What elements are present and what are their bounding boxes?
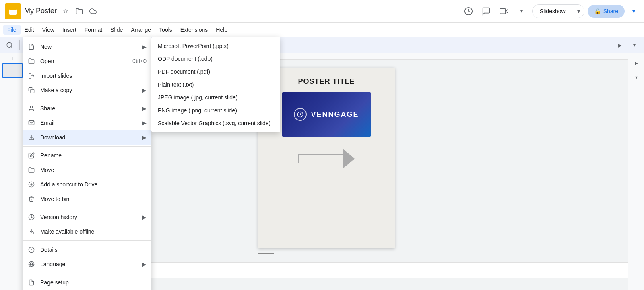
file-menu-import[interactable]: Import slides xyxy=(23,68,151,83)
venngage-logo-circle xyxy=(294,108,307,121)
comment-icon[interactable] xyxy=(479,4,493,19)
file-menu-move-to-bin[interactable]: Move to bin xyxy=(23,192,151,206)
download-png[interactable]: PNG image (.png, current slide) xyxy=(151,104,280,117)
page-setup-label: Page setup xyxy=(40,279,147,286)
menu-item-format[interactable]: Format xyxy=(80,25,106,35)
import-icon xyxy=(27,72,35,80)
version-history-label: Version history xyxy=(40,214,140,220)
slide-page-indicator xyxy=(258,253,274,254)
chat-arrow-icon[interactable]: ▸ xyxy=(613,39,626,52)
move-to-bin-label: Move to bin xyxy=(40,196,147,202)
email-arrow: ▶ xyxy=(142,120,147,126)
download-odp[interactable]: ODP document (.odp) xyxy=(151,52,280,65)
menu-item-help[interactable]: Help xyxy=(212,25,231,35)
share-menu-label: Share xyxy=(40,105,140,112)
file-menu-details[interactable]: Details xyxy=(23,242,151,257)
menu-item-slide[interactable]: Slide xyxy=(106,25,127,35)
svg-rect-18 xyxy=(31,89,34,93)
chat-arrow-down-icon[interactable]: ▾ xyxy=(628,39,641,52)
copy-label: Make a copy xyxy=(40,87,140,93)
history-icon[interactable] xyxy=(461,4,476,19)
title-bar: My Poster ☆ ▾ Slideshow ▾ 🔒 Share ▾ xyxy=(0,0,644,23)
poster-title: POSTER TITLE xyxy=(298,77,355,86)
offline-icon xyxy=(27,228,35,236)
copy-icon xyxy=(27,86,35,94)
video-dropdown-icon[interactable]: ▾ xyxy=(514,4,529,19)
file-menu-download[interactable]: Download ▶ xyxy=(23,130,151,145)
import-label: Import slides xyxy=(40,72,147,79)
svg-point-5 xyxy=(7,42,12,47)
folder-icon[interactable] xyxy=(74,6,85,17)
menu-item-view[interactable]: View xyxy=(38,25,58,35)
header-right: ▾ Slideshow ▾ 🔒 Share ▾ xyxy=(461,4,639,19)
version-history-arrow: ▶ xyxy=(142,214,147,220)
page-setup-icon xyxy=(27,278,35,286)
add-shortcut-label: Add a shortcut to Drive xyxy=(40,181,147,188)
slideshow-dropdown-arrow[interactable]: ▾ xyxy=(573,5,584,18)
download-svg[interactable]: Scalable Vector Graphics (.svg, current … xyxy=(151,117,280,130)
cloud-icon[interactable] xyxy=(87,6,99,17)
slideshow-button-group: Slideshow ▾ xyxy=(532,4,584,18)
app-logo[interactable] xyxy=(5,3,21,19)
share-dropdown-button[interactable]: ▾ xyxy=(628,6,639,17)
menu-bar: File Edit View Insert Format Slide Arran… xyxy=(0,23,644,37)
png-label: PNG image (.png, current slide) xyxy=(158,107,237,114)
slide-thumbnail[interactable] xyxy=(2,63,23,78)
title-icons: ☆ xyxy=(60,6,99,17)
file-menu-share[interactable]: Share ▶ xyxy=(23,101,151,116)
file-menu-email[interactable]: Email ▶ xyxy=(23,116,151,130)
version-history-icon xyxy=(27,213,35,221)
download-label: Download xyxy=(40,134,140,141)
share-button[interactable]: 🔒 Share xyxy=(588,5,625,18)
menu-item-tools[interactable]: Tools xyxy=(155,25,176,35)
right-panel: ▸ ▾ xyxy=(628,53,644,290)
search-toolbar-icon[interactable] xyxy=(3,39,16,52)
rename-label: Rename xyxy=(40,152,147,159)
svg-point-19 xyxy=(30,106,32,108)
menu-item-extensions[interactable]: Extensions xyxy=(176,25,212,35)
file-menu-page-setup[interactable]: Page setup xyxy=(23,275,151,290)
menu-item-edit[interactable]: Edit xyxy=(21,25,38,35)
divider-1 xyxy=(23,99,151,99)
file-menu-copy[interactable]: Make a copy ▶ xyxy=(23,83,151,97)
star-icon[interactable]: ☆ xyxy=(60,6,71,17)
odp-label: ODP document (.odp) xyxy=(158,56,213,62)
camera-icon[interactable] xyxy=(497,4,511,19)
svg-marker-3 xyxy=(505,9,508,13)
jpg-label: JPEG image (.jpg, current slide) xyxy=(158,94,237,101)
slide-panel: 1 xyxy=(0,53,25,290)
file-menu-add-shortcut[interactable]: Add a shortcut to Drive xyxy=(23,177,151,192)
details-label: Details xyxy=(40,246,147,253)
txt-label: Plain text (.txt) xyxy=(158,81,194,88)
file-menu-offline[interactable]: Make available offline xyxy=(23,224,151,239)
download-pdf[interactable]: PDF document (.pdf) xyxy=(151,65,280,78)
file-menu-open[interactable]: Open Ctrl+O xyxy=(23,54,151,68)
share-arrow: ▶ xyxy=(142,105,147,112)
open-icon xyxy=(27,57,35,65)
slideshow-main-button[interactable]: Slideshow xyxy=(533,5,573,18)
file-menu-language[interactable]: Language ▶ xyxy=(23,257,151,271)
pdf-label: PDF document (.pdf) xyxy=(158,68,210,75)
download-jpg[interactable]: JPEG image (.jpg, current slide) xyxy=(151,91,280,104)
right-panel-down-icon[interactable]: ▾ xyxy=(630,71,643,84)
doc-title: My Poster xyxy=(24,7,57,15)
new-arrow: ▶ xyxy=(142,44,147,50)
divider-3 xyxy=(23,208,151,208)
download-pptx[interactable]: Microsoft PowerPoint (.pptx) xyxy=(151,39,280,52)
svg-rect-4 xyxy=(500,8,506,14)
file-menu-move[interactable]: Move xyxy=(23,163,151,177)
download-txt[interactable]: Plain text (.txt) xyxy=(151,78,280,91)
add-shortcut-icon xyxy=(27,180,35,188)
file-menu-rename[interactable]: Rename xyxy=(23,148,151,163)
arrow-head xyxy=(343,149,355,169)
right-panel-arrow-icon[interactable]: ▸ xyxy=(630,56,643,69)
menu-item-insert[interactable]: Insert xyxy=(58,25,80,35)
offline-label: Make available offline xyxy=(40,228,147,235)
menu-item-file[interactable]: File xyxy=(3,25,21,35)
file-menu-version-history[interactable]: Version history ▶ xyxy=(23,210,151,224)
arrow-shape xyxy=(298,149,355,169)
menu-item-arrange[interactable]: Arrange xyxy=(127,25,155,35)
divider-2 xyxy=(23,146,151,147)
language-arrow: ▶ xyxy=(142,261,147,267)
file-menu-new[interactable]: New ▶ xyxy=(23,39,151,54)
